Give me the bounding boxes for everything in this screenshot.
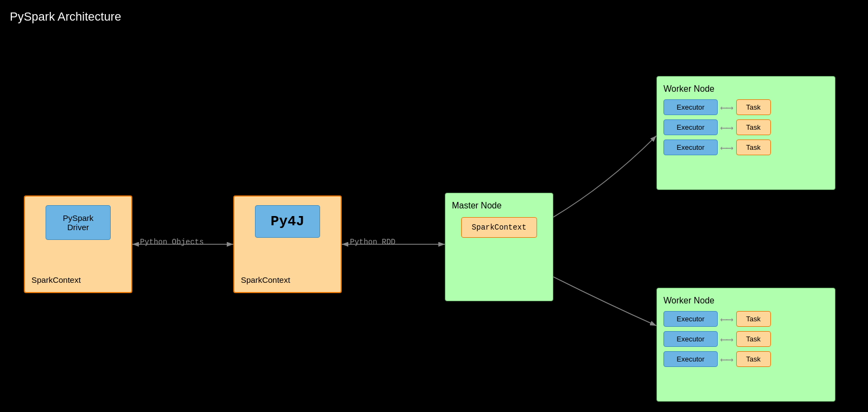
- master-node-title: Master Node: [452, 201, 546, 211]
- arrow-exec-task-2: ⟵⟶: [721, 122, 733, 134]
- worker-node-top-title: Worker Node: [663, 84, 828, 94]
- executor-btn-1: Executor: [663, 99, 718, 115]
- executor-btn-4: Executor: [663, 311, 718, 327]
- python-rdd-label: Python RDD: [350, 238, 395, 246]
- executor-row-3: Executor ⟵⟶ Task: [663, 140, 828, 155]
- pyspark-driver-inner: PySparkDriver: [46, 205, 111, 240]
- executor-row-2: Executor ⟵⟶ Task: [663, 119, 828, 135]
- executor-row-5: Executor ⟵⟶ Task: [663, 331, 828, 347]
- task-btn-2: Task: [736, 119, 771, 135]
- task-btn-4: Task: [736, 311, 771, 327]
- py4j-label: SparkContext: [241, 275, 290, 284]
- executor-row-4: Executor ⟵⟶ Task: [663, 311, 828, 327]
- worker-node-bottom-title: Worker Node: [663, 296, 828, 306]
- pyspark-driver-label: SparkContext: [31, 275, 81, 284]
- executor-btn-5: Executor: [663, 331, 718, 347]
- worker-node-top: Worker Node Executor ⟵⟶ Task Executor ⟵⟶…: [656, 76, 835, 190]
- executor-btn-6: Executor: [663, 351, 718, 367]
- arrow-exec-task-5: ⟵⟶: [721, 333, 733, 345]
- executor-row-6: Executor ⟵⟶ Task: [663, 351, 828, 367]
- py4j-inner: Py4J: [255, 205, 320, 238]
- page-title: PySpark Architecture: [10, 10, 121, 24]
- executor-btn-3: Executor: [663, 140, 718, 155]
- master-node-box: Master Node SparkContext: [445, 193, 553, 301]
- arrow-exec-task-3: ⟵⟶: [721, 142, 733, 154]
- task-btn-5: Task: [736, 331, 771, 347]
- arrow-exec-task-6: ⟵⟶: [721, 353, 733, 365]
- pyspark-driver-box: PySparkDriver SparkContext: [24, 195, 132, 293]
- arrow-exec-task-1: ⟵⟶: [721, 102, 733, 113]
- executor-btn-2: Executor: [663, 119, 718, 135]
- executor-row-1: Executor ⟵⟶ Task: [663, 99, 828, 115]
- task-btn-3: Task: [736, 140, 771, 155]
- task-btn-6: Task: [736, 351, 771, 367]
- spark-context-btn: SparkContext: [461, 217, 537, 238]
- worker-node-bottom: Worker Node Executor ⟵⟶ Task Executor ⟵⟶…: [656, 288, 835, 402]
- task-btn-1: Task: [736, 99, 771, 115]
- python-objects-label: Python Objects: [140, 238, 204, 246]
- arrow-exec-task-4: ⟵⟶: [721, 313, 733, 325]
- py4j-box: Py4J SparkContext: [233, 195, 342, 293]
